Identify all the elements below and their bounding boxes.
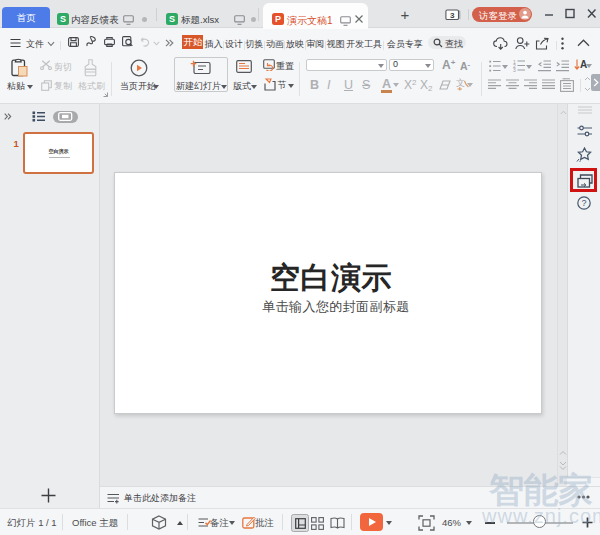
svg-text:3: 3	[450, 11, 455, 20]
svg-text:?: ?	[581, 198, 586, 208]
svg-text:3: 3	[513, 67, 516, 72]
svg-text:文: 文	[456, 78, 465, 88]
